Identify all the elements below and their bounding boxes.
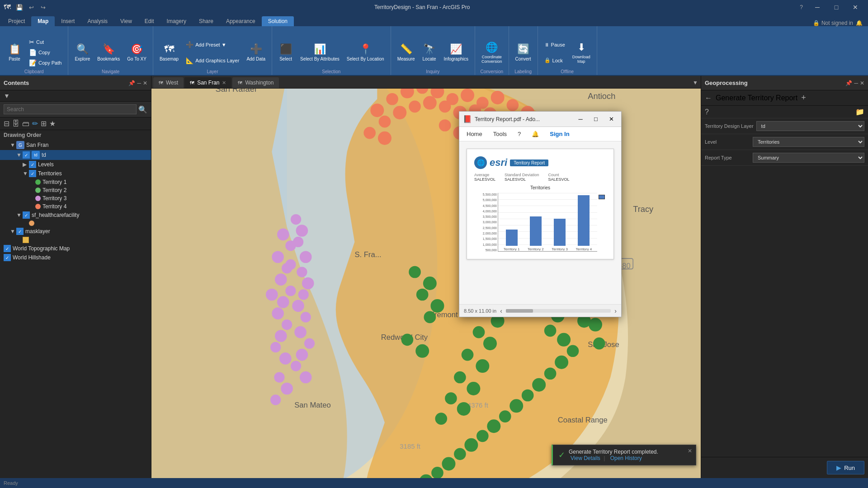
selectloc-button[interactable]: 📍 Select By Location (344, 37, 387, 68)
layer-sanfran[interactable]: ▼ G San Fran (0, 140, 151, 150)
minimize-button[interactable]: ─ (808, 0, 826, 14)
checkbox-territories[interactable]: ✓ (29, 170, 36, 177)
open-history-link[interactable]: Open History (610, 455, 642, 461)
run-button[interactable]: ▶ Run (827, 461, 864, 474)
copypath-button[interactable]: 📝 Copy Path (26, 58, 64, 68)
pdf-maximize[interactable]: □ (590, 113, 602, 125)
contents-pin[interactable]: 📌 (128, 80, 135, 86)
layer-territory3[interactable]: Territory 3 (0, 194, 151, 202)
star-icon[interactable]: ★ (49, 119, 56, 128)
expander-masklayer[interactable]: ▼ (10, 228, 16, 235)
addgraphics-button[interactable]: 📐 Add Graphics Layer (183, 56, 242, 66)
geo-pin[interactable]: 📌 (845, 80, 852, 86)
tab-edit[interactable]: Edit (138, 16, 160, 26)
locate-button[interactable]: 🔭 Locate (420, 37, 439, 68)
pause-button[interactable]: ⏸ Pause (542, 40, 568, 50)
infographics-button[interactable]: 📈 Infographics (441, 37, 471, 68)
tab-solution[interactable]: Solution (262, 16, 294, 26)
select-button[interactable]: ⬛ Select (276, 37, 296, 68)
checkbox-td[interactable]: ✓ (23, 151, 30, 159)
edit-icon[interactable]: ✏ (32, 119, 38, 128)
tab-imagery[interactable]: Imagery (160, 16, 193, 26)
layer-levels[interactable]: ▶ ✓ Levels (0, 160, 151, 169)
pdf-signin[interactable]: Sign In (550, 131, 569, 137)
layer-territory4[interactable]: Territory 4 (0, 202, 151, 211)
pdf-minimize[interactable]: ─ (574, 113, 587, 125)
search-icon[interactable]: 🔍 (138, 105, 147, 114)
tab-share[interactable]: Share (193, 16, 220, 26)
sanfran-close[interactable]: ✕ (222, 80, 226, 86)
pdf-bell[interactable]: 🔔 (532, 131, 539, 137)
geo-back[interactable]: ← (705, 94, 712, 102)
addpreset-button[interactable]: ➕ Add Preset ▼ (183, 40, 242, 50)
geo-close[interactable]: ✕ (860, 80, 864, 86)
tab-map[interactable]: Map (31, 16, 55, 26)
help-button[interactable]: ? (796, 4, 807, 10)
measure-button[interactable]: 📏 Measure (395, 37, 418, 68)
pdf-close[interactable]: ✕ (605, 113, 618, 125)
expander-territories[interactable]: ▼ (23, 170, 29, 177)
tab-insert[interactable]: Insert (55, 16, 81, 26)
td-layer-select[interactable]: td (756, 121, 864, 131)
database-icon[interactable]: 🗄 (12, 120, 19, 128)
tab-project[interactable]: Project (2, 16, 31, 26)
pdf-content[interactable]: 🌐 esri Territory Report Average SALESVOL… (459, 141, 621, 304)
level-select[interactable]: Territories (753, 137, 864, 147)
map-tab-arrow[interactable]: ▼ (690, 77, 701, 88)
checkbox-worldhillshade[interactable]: ✓ (4, 254, 11, 261)
pdf-scrollbar[interactable] (506, 309, 611, 313)
contents-minimize[interactable]: ─ (137, 80, 141, 86)
tab-washington[interactable]: 🗺 Washington (232, 77, 279, 88)
convert-button[interactable]: 🔄 Convert (513, 37, 534, 68)
selectattr-button[interactable]: 📊 Select By Attributes (297, 37, 342, 68)
search-input[interactable] (4, 104, 137, 114)
lock-button[interactable]: 🔒 Lock (542, 56, 568, 66)
gotoxy-button[interactable]: 🎯 Go To XY (124, 37, 149, 68)
checkbox-masklayer[interactable]: ✓ (16, 228, 24, 235)
tab-sanfran[interactable]: 🗺 San Fran ✕ (184, 77, 231, 88)
layer-type-icon[interactable]: 🗃 (22, 120, 29, 128)
pdf-home[interactable]: Home (467, 129, 482, 139)
pdf-help[interactable]: ? (518, 131, 521, 137)
pdf-scrollbar-thumb[interactable] (506, 309, 533, 313)
filter-icon[interactable]: ▼ (4, 92, 10, 99)
coordconv-button[interactable]: 🌐 CoordinateConversion (479, 37, 505, 68)
quick-access-undo[interactable]: ↩ (26, 2, 36, 12)
notification-bell[interactable]: 🔔 (856, 20, 863, 26)
not-signed-in[interactable]: 🔒 Not signed in (813, 20, 853, 26)
grid-icon[interactable]: ⊞ (41, 119, 47, 128)
copy-button[interactable]: 📄 Copy (26, 47, 64, 57)
layer-worldtopo[interactable]: ✓ World Topographic Map (0, 244, 151, 253)
geo-add[interactable]: + (801, 93, 806, 103)
layer-masklayer[interactable]: ▼ ✓ masklayer (0, 227, 151, 236)
tab-west[interactable]: 🗺 West (153, 77, 184, 88)
checkbox-sfhealth[interactable]: ✓ (23, 211, 30, 219)
cut-button[interactable]: ✂ Cut (26, 37, 64, 47)
expander-levels[interactable]: ▶ (23, 161, 29, 168)
expander-sanfran[interactable]: ▼ (10, 142, 16, 148)
quick-access-save[interactable]: 💾 (14, 2, 24, 12)
checkbox-worldtopo[interactable]: ✓ (4, 245, 11, 252)
notification-close[interactable]: ✕ (688, 448, 692, 454)
geo-folder-icon[interactable]: 📁 (855, 108, 864, 116)
downloadmap-button[interactable]: ⬇ DownloadMap (570, 37, 593, 68)
geo-minimize[interactable]: ─ (854, 80, 858, 86)
layer-sfhealth[interactable]: ▼ ✓ sf_healthcarefacility (0, 211, 151, 220)
bookmarks-button[interactable]: 🔖 Bookmarks (94, 37, 123, 68)
pdf-tools[interactable]: Tools (493, 129, 507, 139)
map-canvas[interactable]: San Rafael Antioch Tracy S. Fra... Fremo… (151, 89, 701, 478)
expander-sfhealth[interactable]: ▼ (16, 212, 23, 218)
view-details-link[interactable]: View Details (571, 455, 600, 461)
basemap-button[interactable]: 🗺 Basemap (157, 37, 181, 68)
close-button[interactable]: ✕ (846, 0, 864, 14)
explore-button[interactable]: 🔍 Explore (72, 37, 93, 68)
expander-td[interactable]: ▼ (16, 152, 23, 158)
geo-help-icon[interactable]: ? (705, 108, 709, 116)
report-type-select[interactable]: Summary (753, 153, 864, 163)
tab-view[interactable]: View (114, 16, 138, 26)
checkbox-levels[interactable]: ✓ (29, 161, 36, 168)
layer-territories[interactable]: ▼ ✓ Territories (0, 169, 151, 178)
paste-button[interactable]: 📋 Paste (4, 37, 25, 68)
layer-worldhillshade[interactable]: ✓ World Hillshade (0, 253, 151, 262)
contents-close[interactable]: ✕ (143, 80, 147, 86)
